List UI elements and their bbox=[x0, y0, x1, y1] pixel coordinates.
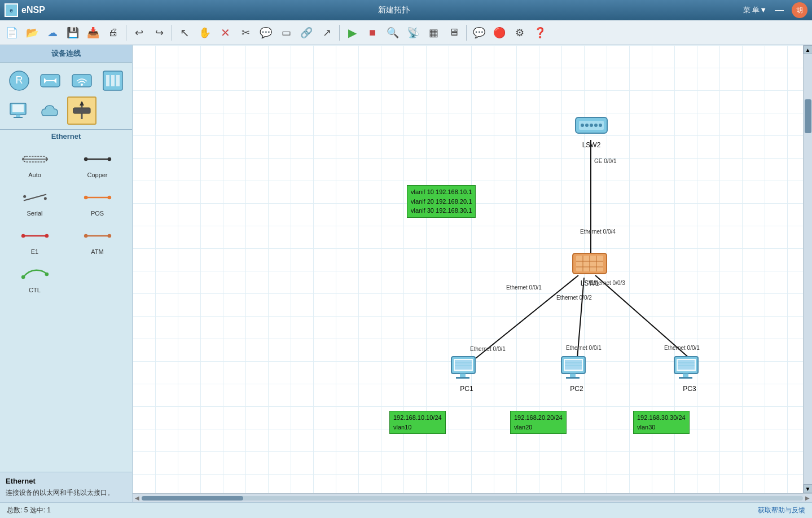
cable-e1[interactable]: E1 bbox=[5, 222, 65, 258]
port-eth-002-lsw1: Ethernet 0/0/2 bbox=[556, 295, 592, 301]
pc3-label: PC3 bbox=[683, 385, 696, 393]
ethernet-sel-svg bbox=[71, 100, 93, 121]
tb-select[interactable]: ↖ bbox=[175, 23, 194, 42]
device-icon-ethernet[interactable] bbox=[67, 96, 96, 125]
svg-rect-9 bbox=[106, 75, 109, 86]
tb-route[interactable]: ↗ bbox=[317, 23, 336, 42]
svg-rect-61 bbox=[460, 374, 466, 377]
cable-serial[interactable]: Serial bbox=[5, 183, 65, 220]
tb-grid[interactable]: ▦ bbox=[424, 23, 443, 42]
user-avatar[interactable]: 胡 bbox=[792, 2, 807, 18]
cable-ctl[interactable]: CTL bbox=[5, 260, 65, 296]
atm-cable-svg bbox=[84, 225, 112, 247]
vertical-scrollbar[interactable]: ▲ ▼ bbox=[803, 45, 812, 493]
svg-point-50 bbox=[594, 124, 598, 127]
svg-rect-11 bbox=[116, 75, 120, 86]
device-lsw2[interactable]: LSW2 bbox=[574, 113, 608, 149]
window-title: 新建拓扑 bbox=[378, 5, 410, 15]
pos-cable-svg bbox=[84, 186, 112, 209]
port-eth-001-pc3: Ethernet 0/0/1 bbox=[664, 345, 700, 351]
device-icon-switch[interactable] bbox=[36, 67, 65, 94]
vscroll-track[interactable] bbox=[804, 54, 813, 484]
tb-huawei[interactable]: 🔴 bbox=[490, 23, 509, 42]
tb-rect[interactable]: ▭ bbox=[276, 23, 296, 42]
svg-point-29 bbox=[43, 197, 46, 200]
cable-copper[interactable]: Copper bbox=[67, 145, 128, 181]
pos-label: POS bbox=[91, 210, 104, 217]
device-icon-firewall[interactable] bbox=[99, 67, 128, 94]
tb-delete[interactable]: ✕ bbox=[216, 23, 235, 42]
toolbar-sep-4 bbox=[466, 25, 467, 41]
svg-point-28 bbox=[23, 195, 26, 198]
e1-label: E1 bbox=[31, 248, 38, 255]
canvas-wrapper: vlanif 10 192.168.10.1vlanif 20 192.168.… bbox=[133, 45, 812, 502]
tb-help[interactable]: ❓ bbox=[530, 23, 550, 42]
device-pc3[interactable]: PC3 bbox=[673, 354, 706, 393]
svg-point-25 bbox=[84, 157, 87, 161]
device-icon-cloud[interactable] bbox=[36, 96, 65, 125]
svg-point-7 bbox=[81, 84, 83, 86]
hscroll-thumb[interactable] bbox=[142, 496, 243, 501]
tb-print[interactable]: 🖨 bbox=[104, 23, 123, 42]
vscroll-thumb[interactable] bbox=[805, 99, 811, 133]
tb-text[interactable]: 💬 bbox=[256, 23, 275, 42]
tb-screen[interactable]: 🖥 bbox=[444, 23, 463, 42]
device-section-header: 设备连线 bbox=[0, 45, 132, 63]
vscroll-down-button[interactable]: ▼ bbox=[804, 484, 813, 493]
device-icon-router[interactable]: R bbox=[5, 67, 34, 94]
svg-marker-22 bbox=[21, 157, 23, 161]
tb-capture[interactable]: 📡 bbox=[403, 23, 423, 42]
svg-rect-68 bbox=[570, 374, 576, 377]
minimize-button[interactable]: — bbox=[771, 5, 787, 15]
cable-icons-grid: Auto Copper bbox=[0, 143, 132, 298]
tb-redo[interactable]: ↪ bbox=[150, 23, 169, 42]
tb-play[interactable]: ▶ bbox=[343, 23, 362, 42]
e1-cable-svg bbox=[21, 225, 49, 247]
hscroll-left-arrow[interactable]: ◀ bbox=[135, 495, 139, 501]
tb-pan[interactable]: ✋ bbox=[195, 23, 214, 42]
svg-point-48 bbox=[585, 124, 589, 127]
tb-undo[interactable]: ↩ bbox=[129, 23, 148, 42]
serial-label: Serial bbox=[27, 210, 42, 217]
tb-stop[interactable]: ■ bbox=[363, 23, 382, 42]
svg-point-47 bbox=[581, 124, 584, 127]
ethernet-section-label: Ethernet bbox=[0, 130, 132, 143]
tb-settings[interactable]: ⚙ bbox=[510, 23, 529, 42]
cable-scroll-area[interactable]: Auto Copper bbox=[0, 143, 132, 472]
tb-open[interactable]: 📂 bbox=[23, 23, 42, 42]
user-label: 胡 bbox=[796, 6, 803, 15]
device-icon-wireless[interactable] bbox=[67, 67, 96, 94]
svg-rect-63 bbox=[455, 360, 472, 370]
toolbar-sep-3 bbox=[339, 25, 340, 41]
tb-new[interactable]: 📄 bbox=[2, 23, 21, 42]
vscroll-up-button[interactable]: ▲ bbox=[804, 45, 813, 54]
status-help[interactable]: 获取帮助与反馈 bbox=[758, 506, 805, 515]
tb-chat[interactable]: 💬 bbox=[469, 23, 489, 42]
titlebar-controls: 菜 单▼ — 胡 bbox=[743, 2, 807, 18]
network-connections-svg bbox=[133, 45, 803, 493]
svg-rect-16 bbox=[73, 108, 90, 113]
hscroll-track[interactable] bbox=[142, 496, 803, 501]
tb-addlink[interactable]: 🔗 bbox=[297, 23, 316, 42]
port-eth-004: Ethernet 0/0/4 bbox=[580, 229, 616, 235]
tb-save[interactable]: 💾 bbox=[63, 23, 82, 42]
cable-atm[interactable]: ATM bbox=[67, 222, 128, 258]
device-icon-pc[interactable] bbox=[5, 96, 34, 125]
tb-import[interactable]: 📥 bbox=[84, 23, 103, 42]
tb-search[interactable]: 🔍 bbox=[383, 23, 402, 42]
horizontal-scrollbar[interactable]: ◀ ▶ bbox=[133, 493, 812, 502]
hscroll-right-arrow[interactable]: ▶ bbox=[805, 495, 810, 501]
device-pc2[interactable]: PC2 bbox=[560, 354, 593, 393]
tb-cloud[interactable]: ☁ bbox=[43, 23, 62, 42]
bottom-desc: 连接设备的以太网和千兆以太接口。 bbox=[6, 488, 126, 498]
cable-auto[interactable]: Auto bbox=[5, 145, 65, 181]
cable-pos[interactable]: POS bbox=[67, 183, 128, 220]
network-canvas[interactable]: vlanif 10 192.168.10.1vlanif 20 192.168.… bbox=[133, 45, 803, 493]
device-pc1[interactable]: PC1 bbox=[450, 354, 483, 393]
vlanif-infobox: vlanif 10 192.168.10.1vlanif 20 192.168.… bbox=[407, 185, 476, 218]
svg-point-38 bbox=[107, 234, 111, 238]
tb-cut[interactable]: ✂ bbox=[236, 23, 255, 42]
pc3-infobox: 192.168.30.30/24vlan30 bbox=[633, 411, 690, 434]
menu-button[interactable]: 菜 单▼ bbox=[743, 5, 767, 15]
pc-svg bbox=[8, 100, 30, 121]
